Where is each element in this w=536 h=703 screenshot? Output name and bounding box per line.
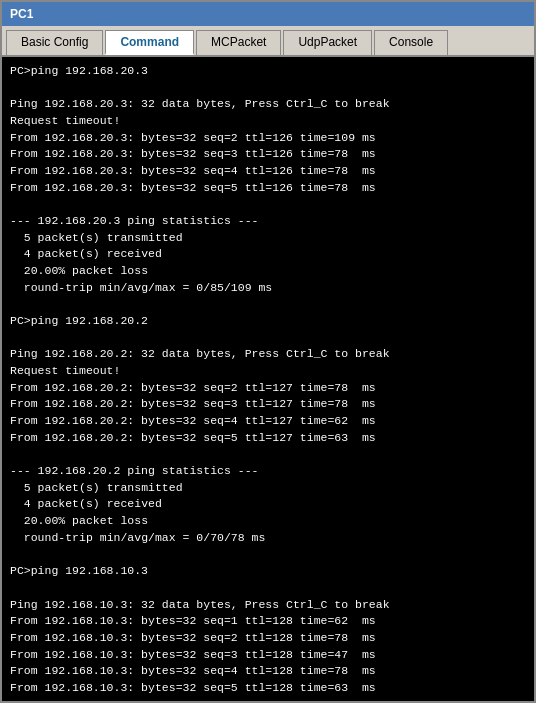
tab-mcpacket[interactable]: MCPacket bbox=[196, 30, 281, 55]
main-window: PC1 Basic Config Command MCPacket UdpPac… bbox=[0, 0, 536, 703]
console-text: PC>ping 192.168.20.3 Ping 192.168.20.3: … bbox=[10, 63, 526, 697]
tab-basic-config[interactable]: Basic Config bbox=[6, 30, 103, 55]
tab-console[interactable]: Console bbox=[374, 30, 448, 55]
console-output[interactable]: PC>ping 192.168.20.3 Ping 192.168.20.3: … bbox=[2, 57, 534, 701]
window-title: PC1 bbox=[10, 7, 33, 21]
tab-bar: Basic Config Command MCPacket UdpPacket … bbox=[2, 26, 534, 57]
tab-command[interactable]: Command bbox=[105, 30, 194, 55]
title-bar: PC1 bbox=[2, 2, 534, 26]
tab-udppacket[interactable]: UdpPacket bbox=[283, 30, 372, 55]
